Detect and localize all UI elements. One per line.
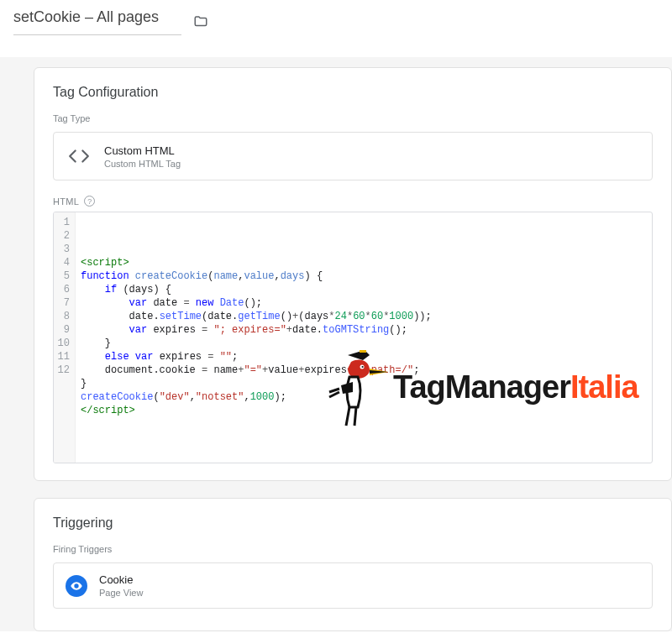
code-line[interactable]: var expires = "; expires="+date.toGMTStr…	[81, 323, 647, 337]
firing-trigger-item[interactable]: Cookie Page View	[53, 562, 653, 609]
triggering-card: Triggering Firing Triggers Cookie Page V…	[34, 498, 672, 631]
tag-type-subtitle: Custom HTML Tag	[104, 159, 181, 169]
html-code-editor[interactable]: 123456789101112	[53, 212, 653, 463]
code-content[interactable]: TagManagerItalia <script>function create…	[76, 212, 652, 463]
svg-point-3	[76, 584, 78, 587]
html-field-label: HTML	[53, 196, 79, 207]
tag-name-input[interactable]: setCookie – All pages	[13, 8, 181, 29]
tag-type-name: Custom HTML	[104, 144, 181, 157]
code-line[interactable]: else var expires = "";	[81, 350, 647, 364]
tag-type-label: Tag Type	[53, 113, 653, 123]
code-line[interactable]: var date = new Date();	[81, 296, 647, 310]
firing-triggers-label: Firing Triggers	[53, 544, 653, 554]
code-line[interactable]: function createCookie(name,value,days) {	[81, 269, 647, 283]
tag-configuration-title: Tag Configuration	[53, 85, 653, 100]
tag-configuration-card: Tag Configuration Tag Type Custom HTML C…	[34, 67, 672, 481]
code-line[interactable]: }	[81, 377, 647, 390]
code-line[interactable]: <script>	[81, 256, 647, 269]
code-line[interactable]: date.setTime(date.getTime()+(days*24*60*…	[81, 310, 647, 323]
folder-icon[interactable]	[193, 16, 208, 28]
code-brackets-icon	[66, 143, 92, 170]
trigger-subtitle: Page View	[99, 588, 143, 598]
help-icon[interactable]: ?	[84, 196, 95, 207]
code-line[interactable]: </script>	[81, 404, 647, 417]
pageview-icon	[66, 575, 87, 597]
code-line-gutter: 123456789101112	[54, 212, 76, 463]
code-line[interactable]: }	[81, 337, 647, 350]
tag-type-selector[interactable]: Custom HTML Custom HTML Tag	[53, 132, 653, 180]
code-line[interactable]: document.cookie = name+"="+value+expires…	[81, 364, 647, 377]
page-header: setCookie – All pages	[0, 0, 672, 40]
triggering-title: Triggering	[53, 515, 653, 531]
trigger-name: Cookie	[99, 573, 143, 586]
code-line[interactable]: createCookie("dev","notset",1000);	[81, 390, 647, 404]
code-line[interactable]: if (days) {	[81, 283, 647, 296]
